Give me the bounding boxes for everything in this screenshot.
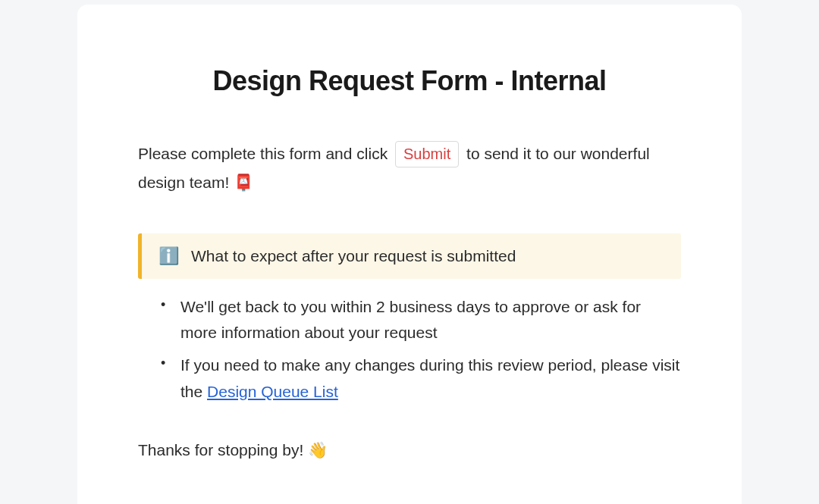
info-title: What to expect after your request is sub… bbox=[191, 247, 516, 265]
submit-chip: Submit bbox=[395, 141, 459, 167]
info-bullet-list: We'll get back to you within 2 business … bbox=[138, 294, 681, 405]
list-item: If you need to make any changes during t… bbox=[161, 352, 681, 405]
info-icon: ℹ️ bbox=[158, 248, 179, 265]
thanks-text: Thanks for stopping by! 👋 bbox=[138, 441, 681, 459]
design-queue-link[interactable]: Design Queue List bbox=[207, 383, 338, 400]
info-panel: ℹ️ What to expect after your request is … bbox=[138, 233, 681, 279]
list-item: We'll get back to you within 2 business … bbox=[161, 294, 681, 346]
intro-text-before: Please complete this form and click bbox=[138, 145, 388, 162]
form-card: Design Request Form - Internal Please co… bbox=[77, 5, 742, 504]
intro-paragraph: Please complete this form and click Subm… bbox=[138, 139, 681, 197]
page-title: Design Request Form - Internal bbox=[138, 65, 681, 97]
